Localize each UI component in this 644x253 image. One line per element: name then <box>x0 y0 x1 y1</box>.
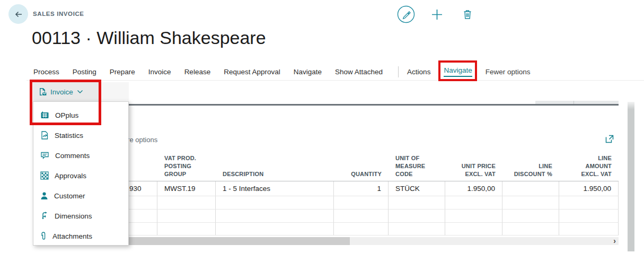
page-caption: SALES INVOICE <box>33 11 84 17</box>
menu-item-approvals[interactable]: Approvals <box>33 165 128 186</box>
col-header-line-discount[interactable]: LINE DISCOUNT % <box>502 147 559 181</box>
empty-cell[interactable] <box>216 196 334 210</box>
cell-description[interactable]: 1 - 5 Interfaces <box>216 181 334 196</box>
back-arrow-icon <box>13 9 24 20</box>
col-header-unit-price-excl-vat[interactable]: UNIT PRICE EXCL. VAT <box>445 147 502 181</box>
menu-item-approvals-label: Approvals <box>55 172 86 180</box>
menu-fewer-options[interactable]: Fewer options <box>486 68 531 76</box>
cell-vat-group[interactable]: MWST.19 <box>157 181 216 196</box>
menu-prepare[interactable]: Prepare <box>110 68 135 76</box>
statistics-icon <box>40 131 49 139</box>
menu-item-customer[interactable]: Customer <box>33 186 128 206</box>
menu-item-statistics-label: Statistics <box>55 132 83 139</box>
empty-cell[interactable] <box>445 223 502 235</box>
col-header-description[interactable]: DESCRIPTION <box>216 147 334 181</box>
vertical-scrollbar[interactable] <box>628 102 634 251</box>
empty-cell[interactable] <box>216 223 334 235</box>
invoice-dropdown-menu: OPplus Statistics Comments <box>33 101 129 246</box>
popout-icon[interactable] <box>605 134 614 144</box>
scroll-right-chevron-icon[interactable]: › <box>613 237 616 245</box>
invoice-document-icon <box>38 88 47 96</box>
col-header-quantity[interactable]: QUANTITY <box>334 147 389 181</box>
cell-line-amount[interactable]: 1.950,00 <box>559 181 619 196</box>
col-header-line-amount-excl-vat[interactable]: LINE AMOUNT EXCL. VAT <box>559 147 619 181</box>
pencil-icon <box>397 5 415 23</box>
menu-navigate-active[interactable]: Navigate <box>444 66 472 77</box>
cell-uom[interactable]: STÜCK <box>389 181 445 196</box>
menu-process[interactable]: Process <box>33 68 59 76</box>
cell-unit-price[interactable]: 1.950,00 <box>445 181 502 196</box>
cell-line-discount[interactable] <box>502 181 559 196</box>
top-actions <box>396 5 477 24</box>
empty-cell[interactable] <box>389 210 445 223</box>
invoice-dropdown-button[interactable]: Invoice <box>33 82 101 101</box>
col-header-unit-of-measure-code[interactable]: UNIT OF MEASURE CODE <box>389 147 445 181</box>
edit-button[interactable] <box>396 5 416 24</box>
empty-cell[interactable] <box>157 196 216 210</box>
customer-icon <box>40 191 48 200</box>
menu-invoice[interactable]: Invoice <box>148 68 171 76</box>
empty-cell[interactable] <box>389 196 445 210</box>
empty-cell[interactable] <box>389 223 445 235</box>
back-button[interactable] <box>8 4 28 24</box>
sales-invoice-page: SALES INVOICE 00113 · William Shakespear… <box>0 0 644 253</box>
empty-cell[interactable] <box>445 196 502 210</box>
empty-cell[interactable] <box>334 196 389 210</box>
menu-navigate-active-label: Navigate <box>444 66 472 74</box>
menu-divider <box>398 66 399 77</box>
invoice-dropdown-label: Invoice <box>50 88 73 96</box>
empty-cell[interactable] <box>334 210 389 223</box>
lines-table: VAT PROD. POSTING GROUP DESCRIPTION QUAN… <box>117 147 619 235</box>
menu-release[interactable]: Release <box>184 68 211 76</box>
page-title: 00113 · William Shakespeare <box>32 28 266 48</box>
menu-navigate[interactable]: Navigate <box>294 68 322 76</box>
menu-item-comments[interactable]: Comments <box>33 145 128 165</box>
sub-toolbar-strip <box>101 82 129 101</box>
lines-part-top-border <box>106 104 619 106</box>
menu-item-opplus-label: OPplus <box>55 111 78 119</box>
approvals-icon <box>40 171 49 180</box>
menu-item-statistics[interactable]: Statistics <box>33 125 128 145</box>
paperclip-icon <box>40 232 47 241</box>
menu-item-dimensions[interactable]: Dimensions <box>33 206 128 226</box>
opplus-ledger-icon <box>40 111 49 119</box>
menu-request-approval[interactable]: Request Approval <box>224 68 280 76</box>
empty-cell[interactable] <box>559 196 619 210</box>
menu-show-attached[interactable]: Show Attached <box>335 68 383 76</box>
empty-cell[interactable] <box>334 223 389 235</box>
menu-item-attachments-label: Attachments <box>52 232 92 240</box>
empty-cell[interactable] <box>157 223 216 235</box>
plus-icon <box>431 8 443 21</box>
menu-item-customer-label: Customer <box>54 192 85 200</box>
action-bar: Process Posting Prepare Invoice Release … <box>33 63 543 81</box>
menu-actions[interactable]: Actions <box>407 68 430 76</box>
empty-cell[interactable] <box>445 210 502 223</box>
delete-button[interactable] <box>458 5 477 24</box>
menu-posting[interactable]: Posting <box>73 68 96 76</box>
empty-cell[interactable] <box>502 223 559 235</box>
dimensions-icon <box>40 212 49 220</box>
col-header-vat-prod-posting-group[interactable]: VAT PROD. POSTING GROUP <box>157 147 216 181</box>
empty-cell[interactable] <box>559 223 619 235</box>
comments-icon <box>40 151 49 160</box>
empty-cell[interactable] <box>216 210 334 223</box>
empty-cell[interactable] <box>157 210 216 223</box>
cell-quantity[interactable]: 1 <box>334 181 389 196</box>
menu-item-opplus[interactable]: OPplus <box>33 105 128 125</box>
menu-item-attachments[interactable]: Attachments <box>33 226 128 246</box>
empty-cell[interactable] <box>559 210 619 223</box>
horizontal-scrollbar[interactable]: › <box>106 237 619 245</box>
horizontal-scrollbar-thumb[interactable] <box>106 237 350 245</box>
new-button[interactable] <box>427 5 446 24</box>
menu-item-comments-label: Comments <box>55 152 90 160</box>
trash-icon <box>462 8 473 20</box>
empty-cell[interactable] <box>502 210 559 223</box>
chevron-down-icon <box>77 90 83 94</box>
empty-cell[interactable] <box>502 196 559 210</box>
menu-item-dimensions-label: Dimensions <box>55 212 92 220</box>
